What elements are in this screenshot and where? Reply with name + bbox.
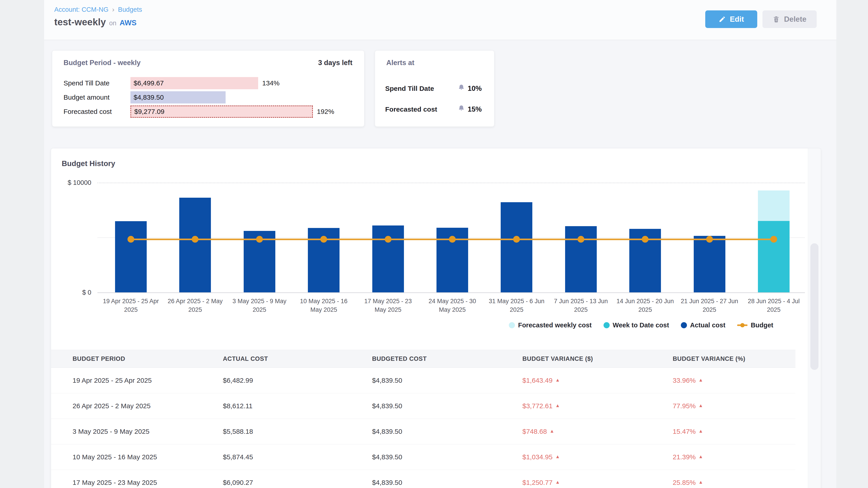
chevron-right-icon: › bbox=[112, 6, 114, 13]
budget-period-row-amount: $6,499.67 bbox=[130, 79, 164, 87]
budget-table-body: 19 Apr 2025 - 25 Apr 2025$6,482.99$4,839… bbox=[51, 368, 796, 488]
triangle-up-icon: ▲ bbox=[555, 377, 560, 383]
x-axis-category-label: 24 May 2025 - 30 May 2025 bbox=[423, 297, 482, 314]
legend-label: Forecasted weekly cost bbox=[518, 322, 592, 329]
pencil-icon bbox=[719, 15, 726, 23]
budget-line-point[interactable] bbox=[770, 236, 777, 242]
budget-line-point[interactable] bbox=[578, 236, 584, 242]
cell-budget-period: 10 May 2025 - 16 May 2025 bbox=[72, 453, 223, 461]
x-axis-category-label: 31 May 2025 - 6 Jun 2025 bbox=[487, 297, 546, 314]
legend-dot-icon bbox=[681, 322, 687, 328]
table-row[interactable]: 3 May 2025 - 9 May 2025$5,588.18$4,839.5… bbox=[51, 419, 796, 445]
cell-budget-variance-usd: $748.68▲ bbox=[522, 428, 673, 435]
budget-line-point[interactable] bbox=[127, 236, 134, 242]
budget-line-point[interactable] bbox=[256, 236, 263, 242]
table-row[interactable]: 26 Apr 2025 - 2 May 2025$8,612.11$4,839.… bbox=[51, 393, 796, 419]
legend-dot-icon bbox=[603, 322, 610, 328]
chart-bar-navy[interactable] bbox=[115, 221, 147, 292]
budget-history-title: Budget History bbox=[62, 159, 115, 168]
cell-budget-variance-usd: $1,643.49▲ bbox=[522, 377, 673, 384]
days-left-label: 3 days left bbox=[318, 59, 352, 67]
cell-budget-variance-pct: 15.47%▲ bbox=[673, 428, 803, 435]
cell-budget-variance-usd: $3,772.61▲ bbox=[522, 402, 673, 410]
table-column-header: ACTUAL COST bbox=[223, 355, 372, 362]
budget-line-point[interactable] bbox=[642, 236, 649, 242]
y-axis-tick-label: $ 10000 bbox=[55, 179, 91, 186]
y-axis-tick-label: $ 0 bbox=[55, 289, 91, 296]
table-column-header: BUDGETED COST bbox=[372, 355, 522, 362]
x-axis-category-label: 21 Jun 2025 - 27 Jun 2025 bbox=[680, 297, 739, 314]
table-row[interactable]: 17 May 2025 - 23 May 2025$6,090.27$4,839… bbox=[51, 470, 796, 488]
x-axis-category-label: 3 May 2025 - 9 May 2025 bbox=[230, 297, 289, 314]
table-row[interactable]: 19 Apr 2025 - 25 Apr 2025$6,482.99$4,839… bbox=[51, 368, 796, 393]
alert-row: Forecasted cost15% bbox=[385, 99, 482, 120]
bell-icon bbox=[458, 105, 465, 114]
legend-item[interactable]: Actual cost bbox=[681, 322, 725, 329]
chart-bar-teal[interactable] bbox=[758, 221, 789, 292]
budget-line-point[interactable] bbox=[192, 236, 198, 242]
budget-period-row-percent: 192% bbox=[317, 108, 334, 116]
budget-period-row-amount: $4,839.50 bbox=[130, 94, 164, 101]
table-row[interactable]: 10 May 2025 - 16 May 2025$5,874.45$4,839… bbox=[51, 445, 796, 470]
budget-period-card-title: Budget Period - weekly bbox=[64, 59, 141, 67]
cell-budget-variance-usd: $1,250.77▲ bbox=[522, 479, 673, 486]
trash-icon bbox=[773, 15, 780, 23]
table-vertical-scrollbar[interactable] bbox=[808, 149, 821, 488]
legend-dot-icon bbox=[509, 322, 515, 328]
x-axis-category-label: 7 Jun 2025 - 13 Jun 2025 bbox=[551, 297, 611, 314]
triangle-up-icon: ▲ bbox=[555, 454, 560, 459]
cell-budgeted-cost: $4,839.50 bbox=[372, 453, 522, 461]
page-title-row: test-weekly on AWS bbox=[54, 17, 136, 28]
legend-item[interactable]: Forecasted weekly cost bbox=[509, 322, 592, 329]
cell-budgeted-cost: $4,839.50 bbox=[372, 479, 522, 486]
table-column-header: BUDGET VARIANCE (%) bbox=[673, 355, 803, 362]
alerts-rows: Spend Till Date10%Forecasted cost15% bbox=[385, 78, 482, 120]
cell-actual-cost: $5,588.18 bbox=[223, 428, 372, 435]
legend-line-icon bbox=[737, 322, 747, 328]
budget-line-point[interactable] bbox=[513, 236, 520, 242]
alert-row-percent: 10% bbox=[468, 85, 482, 93]
delete-button[interactable]: Delete bbox=[763, 10, 817, 28]
budget-period-row-bar: $6,499.67 bbox=[130, 77, 258, 89]
chart-bar-navy[interactable] bbox=[179, 198, 211, 292]
budget-period-card: Budget Period - weekly 3 days left Spend… bbox=[52, 51, 364, 127]
chart-bar-cyan[interactable] bbox=[758, 191, 789, 221]
triangle-up-icon: ▲ bbox=[699, 428, 703, 434]
title-on-label: on bbox=[109, 20, 116, 27]
cell-budget-period: 3 May 2025 - 9 May 2025 bbox=[72, 428, 223, 435]
triangle-up-icon: ▲ bbox=[550, 428, 554, 434]
edit-button[interactable]: Edit bbox=[705, 10, 757, 28]
budget-period-row-label: Spend Till Date bbox=[64, 79, 130, 87]
x-axis-category-label: 19 Apr 2025 - 25 Apr 2025 bbox=[101, 297, 160, 314]
chart-legend: Forecasted weekly costWeek to Date costA… bbox=[509, 322, 773, 329]
alert-row-value: 10% bbox=[458, 84, 482, 93]
table-vertical-scrollbar-thumb[interactable] bbox=[810, 243, 818, 370]
budget-line-point[interactable] bbox=[449, 236, 456, 242]
triangle-up-icon: ▲ bbox=[555, 480, 560, 485]
provider-link[interactable]: AWS bbox=[120, 19, 136, 27]
legend-item[interactable]: Week to Date cost bbox=[603, 322, 669, 329]
cell-budget-variance-pct: 25.85%▲ bbox=[673, 479, 803, 486]
cell-actual-cost: $6,090.27 bbox=[223, 479, 372, 486]
alerts-card: Alerts at Spend Till Date10%Forecasted c… bbox=[375, 51, 494, 127]
budget-line-point[interactable] bbox=[385, 236, 392, 242]
triangle-up-icon: ▲ bbox=[699, 403, 703, 408]
legend-label: Week to Date cost bbox=[613, 322, 669, 329]
budget-period-rows: Spend Till Date$6,499.67134%Budget amoun… bbox=[64, 76, 358, 119]
budget-line-point[interactable] bbox=[320, 236, 327, 242]
cell-budget-period: 19 Apr 2025 - 25 Apr 2025 bbox=[72, 377, 223, 384]
breadcrumb-account-link[interactable]: Account: CCM-NG bbox=[54, 6, 108, 13]
table-column-header: BUDGET VARIANCE ($) bbox=[522, 355, 673, 362]
x-axis-category-label: 10 May 2025 - 16 May 2025 bbox=[294, 297, 353, 314]
budget-period-row-bar: $4,839.50 bbox=[130, 91, 225, 103]
breadcrumb-budgets-link[interactable]: Budgets bbox=[118, 6, 142, 13]
legend-item[interactable]: Budget bbox=[737, 322, 773, 329]
chart-bar-navy[interactable] bbox=[372, 225, 404, 292]
budget-period-row: Budget amount$4,839.50 bbox=[64, 90, 358, 104]
budget-period-row-amount: $9,277.09 bbox=[131, 108, 164, 116]
chart-bar-navy[interactable] bbox=[694, 236, 725, 292]
chart-bar-navy[interactable] bbox=[501, 202, 532, 292]
cell-budgeted-cost: $4,839.50 bbox=[372, 428, 522, 435]
budget-table-header: BUDGET PERIODACTUAL COSTBUDGETED COSTBUD… bbox=[51, 350, 796, 368]
budget-line-point[interactable] bbox=[706, 236, 713, 242]
